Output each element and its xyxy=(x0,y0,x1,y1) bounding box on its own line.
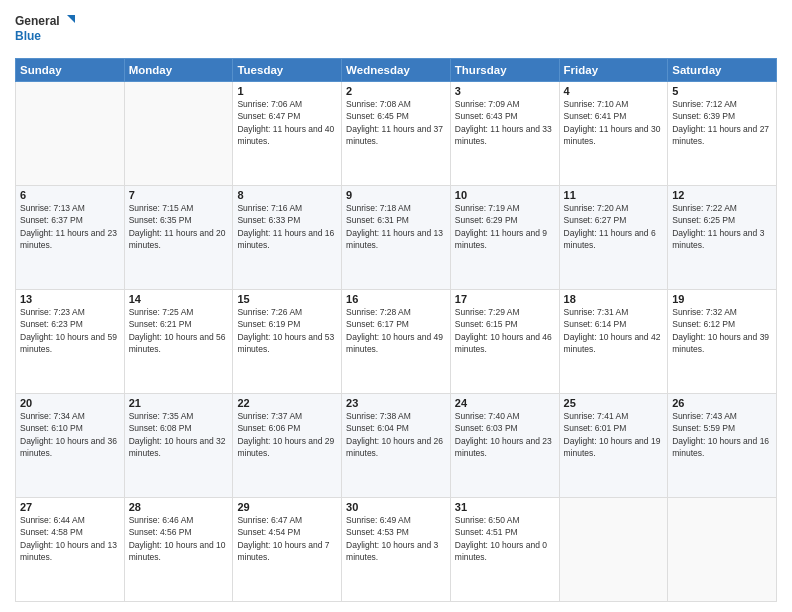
calendar-cell: 29Sunrise: 6:47 AMSunset: 4:54 PMDayligh… xyxy=(233,498,342,602)
header: General Blue xyxy=(15,10,777,50)
weekday-header-saturday: Saturday xyxy=(668,59,777,82)
weekday-header-sunday: Sunday xyxy=(16,59,125,82)
day-number: 12 xyxy=(672,189,772,201)
calendar-cell: 21Sunrise: 7:35 AMSunset: 6:08 PMDayligh… xyxy=(124,394,233,498)
day-info: Sunrise: 7:12 AMSunset: 6:39 PMDaylight:… xyxy=(672,98,772,147)
day-number: 24 xyxy=(455,397,555,409)
calendar-cell: 2Sunrise: 7:08 AMSunset: 6:45 PMDaylight… xyxy=(342,82,451,186)
day-number: 23 xyxy=(346,397,446,409)
calendar-cell: 20Sunrise: 7:34 AMSunset: 6:10 PMDayligh… xyxy=(16,394,125,498)
calendar-cell: 26Sunrise: 7:43 AMSunset: 5:59 PMDayligh… xyxy=(668,394,777,498)
day-number: 29 xyxy=(237,501,337,513)
svg-marker-2 xyxy=(67,15,75,23)
day-info: Sunrise: 6:44 AMSunset: 4:58 PMDaylight:… xyxy=(20,514,120,563)
day-info: Sunrise: 6:50 AMSunset: 4:51 PMDaylight:… xyxy=(455,514,555,563)
logo: General Blue xyxy=(15,10,75,50)
day-info: Sunrise: 7:08 AMSunset: 6:45 PMDaylight:… xyxy=(346,98,446,147)
day-number: 18 xyxy=(564,293,664,305)
day-number: 8 xyxy=(237,189,337,201)
day-number: 27 xyxy=(20,501,120,513)
day-number: 22 xyxy=(237,397,337,409)
day-number: 15 xyxy=(237,293,337,305)
day-number: 9 xyxy=(346,189,446,201)
svg-text:General: General xyxy=(15,14,60,28)
day-number: 21 xyxy=(129,397,229,409)
day-info: Sunrise: 7:41 AMSunset: 6:01 PMDaylight:… xyxy=(564,410,664,459)
day-number: 1 xyxy=(237,85,337,97)
weekday-header-wednesday: Wednesday xyxy=(342,59,451,82)
day-number: 11 xyxy=(564,189,664,201)
day-info: Sunrise: 7:37 AMSunset: 6:06 PMDaylight:… xyxy=(237,410,337,459)
day-number: 16 xyxy=(346,293,446,305)
calendar-cell: 31Sunrise: 6:50 AMSunset: 4:51 PMDayligh… xyxy=(450,498,559,602)
weekday-header-tuesday: Tuesday xyxy=(233,59,342,82)
day-info: Sunrise: 7:19 AMSunset: 6:29 PMDaylight:… xyxy=(455,202,555,251)
calendar-week-row: 20Sunrise: 7:34 AMSunset: 6:10 PMDayligh… xyxy=(16,394,777,498)
calendar-cell: 17Sunrise: 7:29 AMSunset: 6:15 PMDayligh… xyxy=(450,290,559,394)
day-number: 30 xyxy=(346,501,446,513)
calendar-week-row: 27Sunrise: 6:44 AMSunset: 4:58 PMDayligh… xyxy=(16,498,777,602)
day-info: Sunrise: 7:31 AMSunset: 6:14 PMDaylight:… xyxy=(564,306,664,355)
logo-svg: General Blue xyxy=(15,10,75,50)
day-info: Sunrise: 6:46 AMSunset: 4:56 PMDaylight:… xyxy=(129,514,229,563)
day-number: 28 xyxy=(129,501,229,513)
day-info: Sunrise: 7:26 AMSunset: 6:19 PMDaylight:… xyxy=(237,306,337,355)
calendar-cell: 10Sunrise: 7:19 AMSunset: 6:29 PMDayligh… xyxy=(450,186,559,290)
day-info: Sunrise: 7:35 AMSunset: 6:08 PMDaylight:… xyxy=(129,410,229,459)
calendar-cell: 13Sunrise: 7:23 AMSunset: 6:23 PMDayligh… xyxy=(16,290,125,394)
day-number: 6 xyxy=(20,189,120,201)
day-info: Sunrise: 7:06 AMSunset: 6:47 PMDaylight:… xyxy=(237,98,337,147)
calendar-cell: 12Sunrise: 7:22 AMSunset: 6:25 PMDayligh… xyxy=(668,186,777,290)
calendar-cell: 27Sunrise: 6:44 AMSunset: 4:58 PMDayligh… xyxy=(16,498,125,602)
calendar-cell: 14Sunrise: 7:25 AMSunset: 6:21 PMDayligh… xyxy=(124,290,233,394)
day-info: Sunrise: 7:09 AMSunset: 6:43 PMDaylight:… xyxy=(455,98,555,147)
calendar-cell: 6Sunrise: 7:13 AMSunset: 6:37 PMDaylight… xyxy=(16,186,125,290)
day-info: Sunrise: 7:22 AMSunset: 6:25 PMDaylight:… xyxy=(672,202,772,251)
page: General Blue SundayMondayTuesdayWednesda… xyxy=(0,0,792,612)
calendar-week-row: 6Sunrise: 7:13 AMSunset: 6:37 PMDaylight… xyxy=(16,186,777,290)
calendar-cell: 9Sunrise: 7:18 AMSunset: 6:31 PMDaylight… xyxy=(342,186,451,290)
calendar-week-row: 1Sunrise: 7:06 AMSunset: 6:47 PMDaylight… xyxy=(16,82,777,186)
day-info: Sunrise: 7:34 AMSunset: 6:10 PMDaylight:… xyxy=(20,410,120,459)
day-number: 31 xyxy=(455,501,555,513)
calendar-cell: 1Sunrise: 7:06 AMSunset: 6:47 PMDaylight… xyxy=(233,82,342,186)
weekday-header-friday: Friday xyxy=(559,59,668,82)
day-info: Sunrise: 7:16 AMSunset: 6:33 PMDaylight:… xyxy=(237,202,337,251)
day-info: Sunrise: 7:28 AMSunset: 6:17 PMDaylight:… xyxy=(346,306,446,355)
day-info: Sunrise: 7:38 AMSunset: 6:04 PMDaylight:… xyxy=(346,410,446,459)
day-info: Sunrise: 7:23 AMSunset: 6:23 PMDaylight:… xyxy=(20,306,120,355)
calendar-cell: 19Sunrise: 7:32 AMSunset: 6:12 PMDayligh… xyxy=(668,290,777,394)
day-info: Sunrise: 6:47 AMSunset: 4:54 PMDaylight:… xyxy=(237,514,337,563)
calendar-cell: 5Sunrise: 7:12 AMSunset: 6:39 PMDaylight… xyxy=(668,82,777,186)
day-number: 5 xyxy=(672,85,772,97)
day-info: Sunrise: 7:25 AMSunset: 6:21 PMDaylight:… xyxy=(129,306,229,355)
day-number: 13 xyxy=(20,293,120,305)
calendar-cell xyxy=(16,82,125,186)
day-info: Sunrise: 7:40 AMSunset: 6:03 PMDaylight:… xyxy=(455,410,555,459)
calendar-table: SundayMondayTuesdayWednesdayThursdayFrid… xyxy=(15,58,777,602)
calendar-cell: 28Sunrise: 6:46 AMSunset: 4:56 PMDayligh… xyxy=(124,498,233,602)
day-info: Sunrise: 6:49 AMSunset: 4:53 PMDaylight:… xyxy=(346,514,446,563)
weekday-header-row: SundayMondayTuesdayWednesdayThursdayFrid… xyxy=(16,59,777,82)
calendar-cell: 18Sunrise: 7:31 AMSunset: 6:14 PMDayligh… xyxy=(559,290,668,394)
calendar-cell: 25Sunrise: 7:41 AMSunset: 6:01 PMDayligh… xyxy=(559,394,668,498)
day-number: 10 xyxy=(455,189,555,201)
day-info: Sunrise: 7:29 AMSunset: 6:15 PMDaylight:… xyxy=(455,306,555,355)
calendar-cell: 22Sunrise: 7:37 AMSunset: 6:06 PMDayligh… xyxy=(233,394,342,498)
calendar-cell xyxy=(668,498,777,602)
calendar-cell: 30Sunrise: 6:49 AMSunset: 4:53 PMDayligh… xyxy=(342,498,451,602)
day-number: 20 xyxy=(20,397,120,409)
calendar-cell: 11Sunrise: 7:20 AMSunset: 6:27 PMDayligh… xyxy=(559,186,668,290)
calendar-cell xyxy=(124,82,233,186)
day-info: Sunrise: 7:10 AMSunset: 6:41 PMDaylight:… xyxy=(564,98,664,147)
calendar-cell: 15Sunrise: 7:26 AMSunset: 6:19 PMDayligh… xyxy=(233,290,342,394)
day-info: Sunrise: 7:32 AMSunset: 6:12 PMDaylight:… xyxy=(672,306,772,355)
day-number: 25 xyxy=(564,397,664,409)
day-info: Sunrise: 7:13 AMSunset: 6:37 PMDaylight:… xyxy=(20,202,120,251)
calendar-cell: 3Sunrise: 7:09 AMSunset: 6:43 PMDaylight… xyxy=(450,82,559,186)
calendar-cell: 24Sunrise: 7:40 AMSunset: 6:03 PMDayligh… xyxy=(450,394,559,498)
calendar-cell: 23Sunrise: 7:38 AMSunset: 6:04 PMDayligh… xyxy=(342,394,451,498)
weekday-header-monday: Monday xyxy=(124,59,233,82)
calendar-cell: 8Sunrise: 7:16 AMSunset: 6:33 PMDaylight… xyxy=(233,186,342,290)
day-number: 2 xyxy=(346,85,446,97)
